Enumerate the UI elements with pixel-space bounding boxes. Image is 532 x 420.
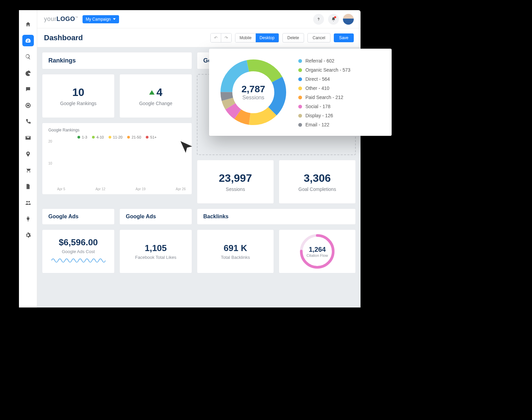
sidebar-item-places[interactable] <box>19 146 37 162</box>
sidebar-item-dashboard[interactable] <box>19 32 37 49</box>
x-tick: Apr 12 <box>95 187 105 191</box>
citation-label: Citation Flow <box>306 253 328 257</box>
sessions-label: Sessions <box>226 187 245 192</box>
google-change-card[interactable]: 4 Google Change <box>119 74 192 118</box>
home-icon <box>25 21 31 27</box>
sidebar-item-calls[interactable] <box>19 114 37 130</box>
google-ads-cost-card[interactable]: $6,596.00 Google Ads Cost <box>42 229 115 273</box>
desktop-toggle[interactable]: Desktop <box>256 33 279 42</box>
sidebar-item-search[interactable] <box>19 49 37 65</box>
sessions-donut-popover[interactable]: 2,787 Sessions Referral - 602Organic Sea… <box>209 49 392 136</box>
legend-item: 1-3 <box>82 135 87 139</box>
cursor-icon <box>179 140 194 157</box>
sessions-value: 23,997 <box>219 172 252 184</box>
sidebar-item-files[interactable] <box>19 178 37 195</box>
campaign-select-label: My Campaign <box>86 17 111 22</box>
notification-dot-icon <box>334 16 336 18</box>
facebook-likes-card[interactable]: 1,105 Facebook Total Likes <box>119 229 192 273</box>
citation-value: 1,264 <box>309 246 326 253</box>
cart-icon <box>25 167 31 173</box>
donut-chart: 2,787 Sessions <box>218 57 289 128</box>
redo-button[interactable]: ↷ <box>221 33 231 42</box>
legend-item: Paid Search - 212 <box>298 95 350 100</box>
app-window: yourLOGO™ My Campaign Dashboard ↶ ↷ Mobi… <box>19 10 361 307</box>
donut-legend: Referral - 602Organic Search - 573Direct… <box>298 57 350 128</box>
sidebar-item-users[interactable] <box>19 195 37 211</box>
rankings-legend: 1-34-1011-2021-5051+ <box>48 135 186 139</box>
google-ads-header-1: Google Ads <box>42 208 115 225</box>
page-title: Dashboard <box>44 33 207 42</box>
main: yourLOGO™ My Campaign Dashboard ↶ ↷ Mobi… <box>37 10 361 307</box>
google-change-label: Google Change <box>139 101 172 106</box>
rankings-chart: 20 10 <box>48 141 186 185</box>
legend-item: Referral - 602 <box>298 58 350 64</box>
gear-icon <box>25 232 31 238</box>
fb-likes-value: 1,105 <box>145 243 167 253</box>
ads-cost-value: $6,596.00 <box>59 237 98 248</box>
goal-completions-card[interactable]: 3,306 Goal Completions <box>279 160 356 204</box>
backlinks-label: Total Backlinks <box>221 255 250 260</box>
ads-cost-label: Google Ads Cost <box>62 249 95 254</box>
notifications-button[interactable] <box>328 14 339 25</box>
sidebar <box>19 10 37 307</box>
users-icon <box>25 200 31 206</box>
legend-item: 4-10 <box>96 135 104 139</box>
goals-label: Goal Completions <box>298 187 336 192</box>
fb-likes-label: Facebook Total Likes <box>135 255 177 260</box>
delete-button[interactable]: Delete <box>282 33 304 43</box>
legend-item: Social - 178 <box>298 104 350 109</box>
pie-icon <box>25 70 31 76</box>
chevron-down-icon <box>113 18 116 20</box>
chat-icon <box>25 86 31 92</box>
search-icon <box>25 54 31 60</box>
analytics-panel: Google Analytics 2,787 Sessions Referral… <box>197 52 356 204</box>
total-backlinks-card[interactable]: 691 K Total Backlinks <box>197 229 274 273</box>
mail-icon <box>25 135 31 141</box>
sidebar-item-email[interactable] <box>19 130 37 146</box>
help-button[interactable] <box>313 14 324 25</box>
logo-bold: LOGO <box>56 16 75 22</box>
sidebar-item-integrations[interactable] <box>19 211 37 227</box>
google-rankings-value: 10 <box>72 86 85 99</box>
caret-up-icon <box>149 90 155 95</box>
google-rankings-label: Google Rankings <box>60 101 96 106</box>
legend-item: Email - 122 <box>298 122 350 127</box>
logo: yourLOGO™ <box>44 16 78 23</box>
sidebar-item-cart[interactable] <box>19 162 37 178</box>
legend-item: Direct - 564 <box>298 76 350 82</box>
citation-gauge: 1,264 Citation Flow <box>299 233 336 270</box>
avatar[interactable] <box>343 14 354 25</box>
google-ads-header-2: Google Ads <box>119 208 192 225</box>
campaign-select[interactable]: My Campaign <box>83 15 119 23</box>
goals-value: 3,306 <box>304 172 331 184</box>
sidebar-item-reports[interactable] <box>19 65 37 81</box>
sidebar-item-chat[interactable] <box>19 81 37 97</box>
content: Rankings 10 Google Rankings 4 Google Cha… <box>37 47 361 307</box>
sidebar-item-settings[interactable] <box>19 227 37 243</box>
mobile-toggle[interactable]: Mobile <box>235 33 255 42</box>
donut-value: 2,787 <box>241 84 265 95</box>
sessions-card[interactable]: 23,997 Sessions <box>197 160 274 204</box>
legend-item: Other - 410 <box>298 85 350 91</box>
gauge-icon <box>25 38 31 44</box>
cancel-button[interactable]: Cancel <box>307 33 330 43</box>
x-tick: Apr 19 <box>136 187 145 191</box>
viewport-group: Mobile Desktop <box>235 33 279 43</box>
logo-light: your <box>44 16 56 22</box>
y-tick-10: 10 <box>48 162 52 165</box>
google-rankings-card[interactable]: 10 Google Rankings <box>42 74 115 118</box>
pin-icon <box>25 151 31 157</box>
x-axis: Apr 5 Apr 12 Apr 19 Apr 26 <box>48 185 186 191</box>
rankings-chart-card[interactable]: Google Rankings 1-34-1011-2021-5051+ 20 … <box>42 123 192 195</box>
sidebar-item-home[interactable] <box>19 16 37 32</box>
undo-button[interactable]: ↶ <box>211 33 221 42</box>
legend-item: Display - 126 <box>298 113 350 118</box>
y-tick-20: 20 <box>48 140 52 143</box>
save-button[interactable]: Save <box>334 33 354 42</box>
file-icon <box>25 183 31 190</box>
citation-flow-card[interactable]: 1,264 Citation Flow <box>279 229 356 273</box>
phone-icon <box>25 119 31 125</box>
legend-item: 51+ <box>150 135 157 139</box>
rankings-panel: Rankings 10 Google Rankings 4 Google Cha… <box>42 52 192 204</box>
sidebar-item-target[interactable] <box>19 97 37 114</box>
